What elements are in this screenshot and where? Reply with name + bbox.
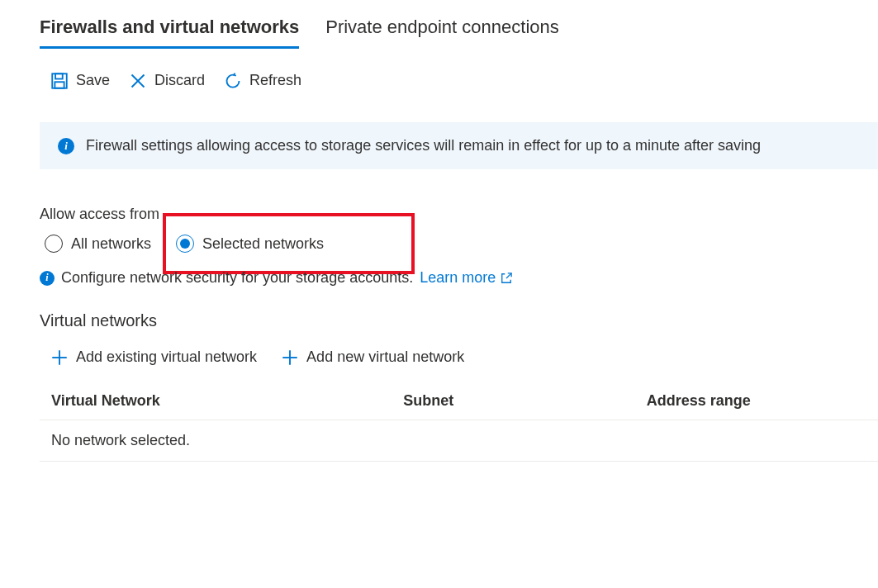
vnet-actions: Add existing virtual network Add new vir…	[40, 349, 878, 366]
col-virtual-network: Virtual Network	[40, 382, 392, 420]
info-message: Firewall settings allowing access to sto…	[86, 137, 761, 154]
radio-all-networks[interactable]: All networks	[40, 231, 156, 256]
access-radio-group: All networks Selected networks	[40, 228, 878, 259]
highlighted-selection: Selected networks	[163, 213, 415, 274]
radio-selected-networks[interactable]: Selected networks	[171, 231, 329, 256]
svg-rect-2	[55, 82, 64, 88]
save-label: Save	[76, 72, 110, 89]
table-row: No network selected.	[40, 420, 878, 462]
helper-line: i Configure network security for your st…	[40, 269, 878, 287]
save-button[interactable]: Save	[51, 72, 110, 89]
add-new-label: Add new virtual network	[306, 349, 464, 366]
radio-circle-icon	[45, 235, 63, 253]
discard-button[interactable]: Discard	[130, 72, 205, 89]
refresh-icon	[225, 73, 241, 89]
svg-rect-1	[55, 74, 63, 78]
add-existing-vnet-button[interactable]: Add existing virtual network	[51, 349, 257, 366]
radio-selected-label: Selected networks	[202, 235, 324, 253]
col-address-range: Address range	[635, 382, 878, 420]
close-icon	[130, 73, 146, 89]
toolbar: Save Discard Refresh	[40, 72, 878, 89]
radio-all-label: All networks	[71, 235, 151, 253]
info-icon: i	[40, 271, 55, 286]
radio-circle-selected-icon	[176, 235, 194, 253]
plus-icon	[282, 349, 298, 366]
external-link-icon	[501, 273, 512, 284]
learn-more-link[interactable]: Learn more	[420, 269, 512, 287]
refresh-label: Refresh	[249, 72, 301, 89]
col-subnet: Subnet	[392, 382, 634, 420]
info-icon: i	[58, 138, 74, 154]
tab-firewalls[interactable]: Firewalls and virtual networks	[40, 17, 299, 49]
helper-text: Configure network security for your stor…	[61, 269, 413, 287]
vnet-table: Virtual Network Subnet Address range No …	[40, 382, 878, 462]
refresh-button[interactable]: Refresh	[225, 72, 301, 89]
add-new-vnet-button[interactable]: Add new virtual network	[282, 349, 464, 366]
empty-state: No network selected.	[40, 420, 878, 462]
learn-more-label: Learn more	[420, 269, 496, 287]
plus-icon	[51, 349, 68, 366]
info-bar: i Firewall settings allowing access to s…	[40, 122, 878, 169]
virtual-networks-heading: Virtual networks	[40, 311, 878, 330]
add-existing-label: Add existing virtual network	[76, 349, 257, 366]
save-icon	[51, 73, 68, 89]
discard-label: Discard	[154, 72, 205, 89]
svg-line-5	[506, 273, 511, 277]
tab-private-endpoints[interactable]: Private endpoint connections	[325, 17, 559, 49]
tabs: Firewalls and virtual networks Private e…	[40, 17, 878, 49]
